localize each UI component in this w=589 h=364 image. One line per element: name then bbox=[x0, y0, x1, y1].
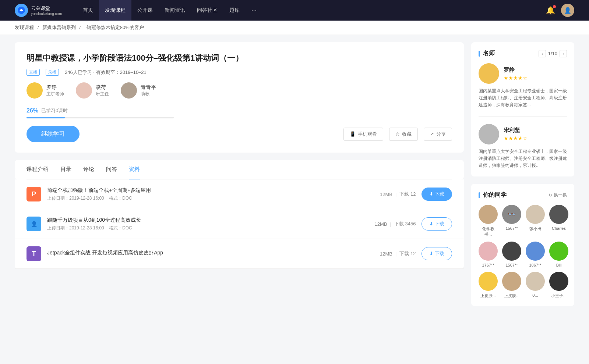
teacher-0-role: 主讲老师 bbox=[46, 91, 64, 97]
classmate-name-9: 上皮肤... bbox=[504, 293, 519, 299]
mobile-icon: 📱 bbox=[350, 131, 356, 137]
classmate-5: 1567** bbox=[502, 242, 521, 267]
tab-intro[interactable]: 课程介绍 bbox=[27, 160, 49, 179]
action-buttons: 📱 手机观看 ☆ 收藏 ↗ 分享 bbox=[343, 128, 452, 141]
teacher-2: 青青平 助教 bbox=[121, 82, 156, 99]
teachers-pagination: ‹ 1/10 › bbox=[539, 50, 567, 57]
downloads-1: 下载 3456 bbox=[394, 221, 416, 227]
sidebar: 名师 ‹ 1/10 › 罗静 ★★★★☆ 国内某重点大学安全工程专业硕士，国家一… bbox=[471, 42, 574, 313]
teacher-1-avatar bbox=[76, 82, 92, 99]
nav-home[interactable]: 首页 bbox=[77, 0, 99, 21]
tab-catalog[interactable]: 目录 bbox=[60, 160, 71, 179]
teacher-desc-1: 国内某重点大学安全工程专业硕士，国家一级注册消防工程师、注册安全工程师、级注册建… bbox=[479, 148, 567, 169]
material-stats-0: 12MB | 下载 12 bbox=[349, 191, 416, 197]
prev-page-btn[interactable]: ‹ bbox=[539, 50, 546, 57]
teacher-0: 罗静 主讲老师 bbox=[27, 82, 64, 99]
course-card: 明星中教授课，小学阶段语法100分–强化级第1讲动词（一） 直播 录播 246人… bbox=[15, 42, 464, 153]
format-1: 格式：DOC bbox=[109, 225, 132, 231]
share-btn[interactable]: ↗ 分享 bbox=[424, 128, 452, 141]
tab-comments[interactable]: 评论 bbox=[83, 160, 94, 179]
breadcrumb-series[interactable]: 新媒体营销系列 bbox=[42, 25, 76, 30]
classmate-7: Bill bbox=[549, 242, 568, 267]
teacher-profile-avatar-0 bbox=[479, 63, 499, 84]
teacher-2-info: 青青平 助教 bbox=[141, 84, 156, 97]
classmate-name-7: Bill bbox=[556, 263, 562, 267]
classmate-name-2: 张小田 bbox=[529, 226, 542, 232]
teacher-2-role: 助教 bbox=[141, 91, 156, 97]
material-icon-1: 👤 bbox=[27, 217, 41, 231]
refresh-button[interactable]: ↻ 换一换 bbox=[549, 192, 567, 198]
logo-name: 云朵课堂 bbox=[31, 5, 62, 12]
nav-open[interactable]: 公开课 bbox=[131, 0, 159, 21]
classmate-avatar-9 bbox=[502, 272, 521, 291]
teacher-0-name: 罗静 bbox=[46, 84, 64, 91]
logo[interactable]: 云朵课堂 yundouketang.com bbox=[15, 4, 62, 17]
continue-button[interactable]: 继续学习 bbox=[27, 126, 80, 142]
teacher-stars-1: ★★★★☆ bbox=[504, 135, 528, 141]
main-nav: 首页 发现课程 公开课 新闻资讯 问答社区 题库 ··· bbox=[77, 0, 546, 21]
course-content: 明星中教授课，小学阶段语法100分–强化级第1讲动词（一） 直播 录播 246人… bbox=[15, 42, 464, 313]
nav-news[interactable]: 新闻资讯 bbox=[159, 0, 191, 21]
teacher-profile-avatar-1 bbox=[479, 124, 499, 144]
user-avatar[interactable]: 👤 bbox=[561, 4, 574, 17]
classmates-card: 你的同学 ↻ 换一换 化学教书... 👓 1567** 张小田 bbox=[471, 184, 574, 306]
header: 云朵课堂 yundouketang.com 首页 发现课程 公开课 新闻资讯 问… bbox=[0, 0, 589, 21]
tab-qa[interactable]: 问答 bbox=[106, 160, 117, 179]
star-icon: ☆ bbox=[395, 131, 400, 137]
teacher-profile-name-0: 罗静 bbox=[504, 67, 528, 74]
share-label: 分享 bbox=[436, 131, 446, 138]
material-item-2: T Jetpack全组件实战 开发短视频应用高仿皮皮虾App 12MB | 下载… bbox=[15, 239, 464, 269]
tab-materials[interactable]: 资料 bbox=[129, 160, 140, 179]
page-indicator: 1/10 bbox=[548, 51, 557, 56]
download-btn-1[interactable]: ⬇ 下载 bbox=[422, 217, 452, 231]
next-page-btn[interactable]: › bbox=[560, 50, 567, 57]
nav-discover[interactable]: 发现课程 bbox=[99, 0, 131, 21]
notification-bell[interactable]: 🔔 bbox=[546, 6, 555, 15]
classmate-avatar-6 bbox=[526, 242, 545, 261]
classmate-avatar-5 bbox=[502, 242, 521, 261]
teacher-profile-name-1: 宋利坚 bbox=[504, 127, 528, 134]
mobile-label: 手机观看 bbox=[358, 131, 377, 138]
classmate-name-11: 小王子... bbox=[551, 293, 567, 299]
teachers-card: 名师 ‹ 1/10 › 罗静 ★★★★☆ 国内某重点大学安全工程专业硕士，国家一… bbox=[471, 42, 574, 176]
classmate-6: 1867** bbox=[526, 242, 545, 267]
classmates-title: 你的同学 bbox=[479, 191, 507, 199]
classmate-avatar-3 bbox=[549, 205, 568, 224]
teachers-title: 名师 bbox=[479, 50, 495, 57]
download-btn-0[interactable]: ⬇ 下载 bbox=[422, 188, 452, 201]
teacher-stars-0: ★★★★☆ bbox=[504, 75, 528, 81]
material-meta-0: 上传日期：2019-12-28 16:00 格式：DOC bbox=[47, 195, 343, 201]
classmate-avatar-8 bbox=[479, 272, 498, 291]
classmate-name-4: 1767** bbox=[482, 263, 494, 267]
classmate-3: Charles bbox=[549, 205, 568, 237]
collect-btn[interactable]: ☆ 收藏 bbox=[389, 128, 418, 141]
size-2: 12MB bbox=[380, 251, 392, 257]
teacher-2-avatar bbox=[121, 82, 137, 99]
classmate-2: 张小田 bbox=[526, 205, 545, 237]
classmate-4: 1767** bbox=[479, 242, 498, 267]
teacher-profile-top-1: 宋利坚 ★★★★☆ bbox=[479, 124, 567, 144]
classmate-name-8: 上皮肤... bbox=[480, 293, 496, 299]
material-name-0: 前端全栈加强版！前端全栈+全周期+多端应用 bbox=[47, 187, 343, 194]
teacher-profile-top-0: 罗静 ★★★★☆ bbox=[479, 63, 567, 84]
nav-quiz[interactable]: 题库 bbox=[223, 0, 246, 21]
nav-qa[interactable]: 问答社区 bbox=[191, 0, 223, 21]
nav-more[interactable]: ··· bbox=[246, 0, 263, 21]
teachers-list: 罗静 主讲老师 凌荷 班主任 青青平 助教 bbox=[27, 82, 452, 99]
mobile-watch-btn[interactable]: 📱 手机观看 bbox=[343, 128, 383, 141]
breadcrumb-current: 销冠修炼术搞定80%的客户 bbox=[87, 25, 144, 30]
material-info-1: 跟随千万级项目从0到100全过程高效成长 上传日期：2019-12-28 16:… bbox=[47, 217, 343, 231]
upload-date-1: 上传日期：2019-12-28 16:00 bbox=[47, 225, 104, 231]
classmate-8: 上皮肤... bbox=[479, 272, 498, 299]
download-btn-2[interactable]: ⬇ 下载 bbox=[422, 247, 452, 260]
classmate-11: 小王子... bbox=[549, 272, 568, 299]
teacher-2-name: 青青平 bbox=[141, 84, 156, 91]
teacher-profile-1: 宋利坚 ★★★★☆ 国内某重点大学安全工程专业硕士，国家一级注册消防工程师、注册… bbox=[479, 124, 567, 169]
teacher-1-info: 凌荷 班主任 bbox=[96, 84, 109, 97]
teachers-header: 名师 ‹ 1/10 › bbox=[479, 50, 567, 57]
progress-bar bbox=[27, 117, 174, 118]
teacher-1-name: 凌荷 bbox=[96, 84, 109, 91]
material-stats-2: 12MB | 下载 12 bbox=[349, 250, 416, 257]
classmate-name-10: 0... bbox=[532, 293, 538, 297]
breadcrumb-discover[interactable]: 发现课程 bbox=[15, 25, 34, 30]
